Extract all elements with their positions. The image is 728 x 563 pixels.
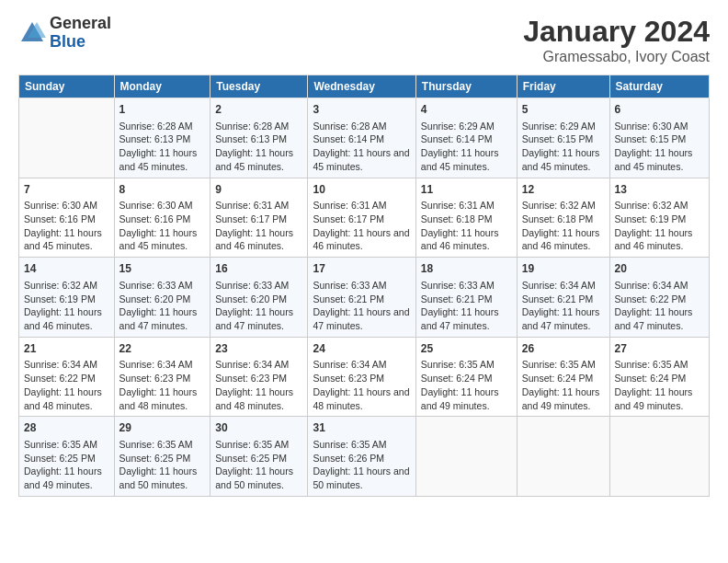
day-info-line: Sunset: 6:19 PM: [615, 213, 687, 224]
page: General Blue January 2024 Gramessabo, Iv…: [0, 0, 728, 506]
day-info-line: Sunset: 6:15 PM: [615, 133, 687, 144]
day-content: Sunrise: 6:29 AMSunset: 6:15 PMDaylight:…: [522, 120, 605, 174]
day-number: 20: [615, 261, 704, 277]
calendar-cell: 11Sunrise: 6:31 AMSunset: 6:18 PMDayligh…: [415, 178, 517, 258]
day-number: 22: [119, 341, 206, 357]
header-cell-saturday: Saturday: [609, 75, 709, 98]
day-content: Sunrise: 6:33 AMSunset: 6:21 PMDaylight:…: [313, 279, 410, 333]
day-info-line: Daylight: 11 hours and 45 minutes.: [119, 227, 198, 252]
day-content: Sunrise: 6:34 AMSunset: 6:23 PMDaylight:…: [215, 358, 302, 412]
day-info-line: Sunrise: 6:35 AM: [313, 439, 386, 450]
day-number: 27: [615, 341, 704, 357]
calendar-cell: 2Sunrise: 6:28 AMSunset: 6:13 PMDaylight…: [210, 98, 308, 178]
day-info-line: Sunset: 6:17 PM: [215, 213, 287, 224]
day-number: 28: [24, 420, 109, 436]
day-content: Sunrise: 6:31 AMSunset: 6:17 PMDaylight:…: [313, 199, 410, 253]
calendar-cell: 29Sunrise: 6:35 AMSunset: 6:25 PMDayligh…: [114, 417, 210, 497]
day-info-line: Sunset: 6:20 PM: [215, 293, 287, 304]
day-info-line: Sunrise: 6:35 AM: [421, 359, 495, 370]
day-info-line: Daylight: 11 hours and 49 minutes.: [24, 465, 102, 490]
title-block: January 2024 Gramessabo, Ivory Coast: [523, 15, 710, 65]
calendar-cell: 15Sunrise: 6:33 AMSunset: 6:20 PMDayligh…: [114, 258, 210, 338]
day-info-line: Sunrise: 6:29 AM: [421, 121, 495, 132]
day-content: Sunrise: 6:33 AMSunset: 6:20 PMDaylight:…: [215, 279, 302, 333]
day-number: 4: [421, 102, 512, 118]
header-cell-wednesday: Wednesday: [308, 75, 415, 98]
header-cell-sunday: Sunday: [19, 75, 115, 98]
day-info-line: Sunrise: 6:28 AM: [119, 121, 193, 132]
day-info-line: Sunrise: 6:33 AM: [313, 280, 386, 291]
day-info-line: Daylight: 11 hours and 49 minutes.: [421, 386, 499, 411]
day-content: Sunrise: 6:33 AMSunset: 6:20 PMDaylight:…: [119, 279, 206, 333]
day-info-line: Sunrise: 6:33 AM: [421, 280, 495, 291]
day-number: 3: [313, 102, 410, 118]
day-info-line: Sunrise: 6:28 AM: [313, 121, 386, 132]
day-content: Sunrise: 6:32 AMSunset: 6:19 PMDaylight:…: [24, 279, 109, 333]
calendar-cell: 24Sunrise: 6:34 AMSunset: 6:23 PMDayligh…: [308, 337, 415, 417]
calendar-cell: 28Sunrise: 6:35 AMSunset: 6:25 PMDayligh…: [19, 417, 115, 497]
calendar-cell: [609, 417, 709, 497]
day-number: 11: [421, 182, 512, 198]
day-content: Sunrise: 6:34 AMSunset: 6:22 PMDaylight:…: [615, 279, 704, 333]
day-number: 14: [24, 261, 109, 277]
day-info-line: Sunset: 6:20 PM: [119, 293, 191, 304]
day-number: 21: [24, 341, 109, 357]
day-info-line: Daylight: 11 hours and 45 minutes.: [313, 147, 409, 172]
day-info-line: Sunset: 6:21 PM: [313, 293, 384, 304]
header-row: SundayMondayTuesdayWednesdayThursdayFrid…: [19, 75, 710, 98]
calendar-cell: 27Sunrise: 6:35 AMSunset: 6:24 PMDayligh…: [609, 337, 709, 417]
day-info-line: Daylight: 11 hours and 47 minutes.: [615, 306, 693, 331]
day-info-line: Sunset: 6:25 PM: [119, 453, 191, 464]
day-info-line: Daylight: 11 hours and 45 minutes.: [522, 147, 600, 172]
week-row-5: 28Sunrise: 6:35 AMSunset: 6:25 PMDayligh…: [19, 417, 710, 497]
day-info-line: Sunrise: 6:35 AM: [119, 439, 193, 450]
day-content: Sunrise: 6:35 AMSunset: 6:25 PMDaylight:…: [24, 438, 109, 492]
calendar-cell: 19Sunrise: 6:34 AMSunset: 6:21 PMDayligh…: [517, 258, 609, 338]
day-info-line: Sunrise: 6:35 AM: [24, 439, 97, 450]
day-info-line: Sunset: 6:13 PM: [119, 133, 191, 144]
day-info-line: Daylight: 11 hours and 46 minutes.: [313, 227, 409, 252]
day-number: 23: [215, 341, 302, 357]
day-info-line: Sunrise: 6:32 AM: [24, 280, 97, 291]
day-info-line: Sunset: 6:23 PM: [119, 373, 191, 384]
day-info-line: Sunset: 6:16 PM: [119, 213, 191, 224]
day-info-line: Sunset: 6:23 PM: [215, 373, 287, 384]
calendar-cell: 30Sunrise: 6:35 AMSunset: 6:25 PMDayligh…: [210, 417, 308, 497]
day-info-line: Sunset: 6:24 PM: [522, 373, 594, 384]
day-number: 18: [421, 261, 512, 277]
day-content: Sunrise: 6:30 AMSunset: 6:16 PMDaylight:…: [119, 199, 206, 253]
day-info-line: Sunset: 6:25 PM: [215, 453, 287, 464]
day-info-line: Sunrise: 6:31 AM: [313, 200, 386, 211]
day-info-line: Sunrise: 6:34 AM: [24, 359, 97, 370]
header-cell-tuesday: Tuesday: [210, 75, 308, 98]
day-info-line: Sunset: 6:24 PM: [421, 373, 493, 384]
header-cell-monday: Monday: [114, 75, 210, 98]
day-content: Sunrise: 6:31 AMSunset: 6:18 PMDaylight:…: [421, 199, 512, 253]
day-info-line: Sunrise: 6:34 AM: [615, 280, 688, 291]
calendar-cell: [19, 98, 115, 178]
calendar-cell: 22Sunrise: 6:34 AMSunset: 6:23 PMDayligh…: [114, 337, 210, 417]
day-info-line: Sunrise: 6:29 AM: [522, 121, 596, 132]
day-number: 29: [119, 420, 206, 436]
day-info-line: Sunrise: 6:30 AM: [24, 200, 97, 211]
day-content: Sunrise: 6:34 AMSunset: 6:23 PMDaylight:…: [313, 358, 410, 412]
day-content: Sunrise: 6:32 AMSunset: 6:19 PMDaylight:…: [615, 199, 704, 253]
day-info-line: Sunrise: 6:35 AM: [522, 359, 596, 370]
header: General Blue January 2024 Gramessabo, Iv…: [18, 15, 710, 65]
day-content: Sunrise: 6:35 AMSunset: 6:26 PMDaylight:…: [313, 438, 410, 492]
day-content: Sunrise: 6:28 AMSunset: 6:13 PMDaylight:…: [119, 120, 206, 174]
calendar-cell: 6Sunrise: 6:30 AMSunset: 6:15 PMDaylight…: [609, 98, 709, 178]
day-number: 16: [215, 261, 302, 277]
day-content: Sunrise: 6:33 AMSunset: 6:21 PMDaylight:…: [421, 279, 512, 333]
calendar-cell: 7Sunrise: 6:30 AMSunset: 6:16 PMDaylight…: [19, 178, 115, 258]
day-info-line: Sunset: 6:14 PM: [313, 133, 384, 144]
week-row-4: 21Sunrise: 6:34 AMSunset: 6:22 PMDayligh…: [19, 337, 710, 417]
day-info-line: Sunrise: 6:34 AM: [215, 359, 289, 370]
calendar-cell: 9Sunrise: 6:31 AMSunset: 6:17 PMDaylight…: [210, 178, 308, 258]
calendar-cell: 26Sunrise: 6:35 AMSunset: 6:24 PMDayligh…: [517, 337, 609, 417]
calendar-cell: 18Sunrise: 6:33 AMSunset: 6:21 PMDayligh…: [415, 258, 517, 338]
calendar-cell: 25Sunrise: 6:35 AMSunset: 6:24 PMDayligh…: [415, 337, 517, 417]
week-row-1: 1Sunrise: 6:28 AMSunset: 6:13 PMDaylight…: [19, 98, 710, 178]
month-title: January 2024: [523, 15, 710, 49]
day-info-line: Sunrise: 6:31 AM: [215, 200, 289, 211]
